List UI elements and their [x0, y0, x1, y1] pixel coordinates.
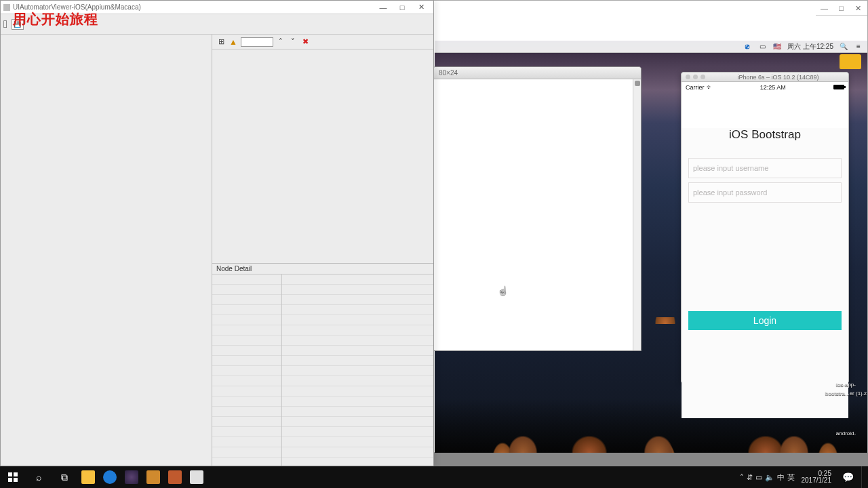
- search-button[interactable]: ⌕: [26, 466, 52, 488]
- tray-volume-icon[interactable]: 🔈: [765, 473, 774, 482]
- tree-toolbar: ⊞ ▲ ˄ ˅ ✖: [212, 35, 433, 49]
- clear-search-button[interactable]: ✖: [300, 37, 310, 47]
- mac-menubar: ⎚ ▭ 🇺🇸 周六 上午12:25 🔍 ≡: [435, 41, 867, 53]
- app-icon: [3, 4, 10, 11]
- app-title: iOS Bootstrap: [682, 128, 848, 142]
- taskbar-clock[interactable]: 0:25 2017/1/21: [799, 469, 835, 485]
- table-row: [212, 285, 433, 295]
- tray-network-icon[interactable]: ⇵: [747, 473, 753, 482]
- taskbar-app-edge[interactable]: [99, 466, 121, 488]
- tray-ime1[interactable]: 中: [777, 472, 785, 483]
- terminal-scrollbar[interactable]: [633, 79, 641, 350]
- taskbar-app-explorer[interactable]: [77, 466, 99, 488]
- simulator-app-screen: iOS Bootstrap please input username plea…: [682, 128, 848, 418]
- node-detail-table[interactable]: [212, 274, 433, 466]
- traffic-light-max-icon[interactable]: [701, 75, 705, 79]
- screenshot-panel[interactable]: [1, 35, 212, 466]
- table-row: [212, 407, 433, 417]
- tray-chevron-icon[interactable]: ˄: [740, 473, 744, 482]
- menu-icon[interactable]: ≡: [854, 42, 863, 52]
- search-next-button[interactable]: ˅: [288, 37, 298, 47]
- table-row: [212, 315, 433, 325]
- tray-ime2[interactable]: 英: [787, 472, 795, 483]
- cursor-icon: [497, 285, 508, 298]
- system-tray[interactable]: ˄ ⇵ ▭ 🔈 中 英: [740, 472, 795, 483]
- table-row: [212, 295, 433, 305]
- terminal-body[interactable]: [433, 79, 641, 350]
- task-view-button[interactable]: ⧉: [52, 466, 77, 488]
- spotlight-icon[interactable]: 🔍: [839, 42, 848, 52]
- warning-icon[interactable]: ▲: [229, 37, 238, 47]
- svg-rect-3: [14, 478, 18, 482]
- tree-search-input[interactable]: [241, 37, 273, 47]
- wifi-icon: ᯤ: [707, 84, 713, 91]
- inspector-min-button[interactable]: —: [374, 2, 393, 13]
- battery-icon: [833, 85, 844, 89]
- svg-rect-2: [8, 478, 12, 482]
- simulator-clock: 12:25 AM: [760, 84, 786, 91]
- traffic-light-close-icon[interactable]: [686, 75, 690, 79]
- display-icon[interactable]: ▭: [757, 42, 767, 52]
- svg-rect-1: [14, 472, 18, 476]
- remote-close-button[interactable]: ✕: [850, 1, 867, 16]
- simulator-titlebar[interactable]: iPhone 6s – iOS 10.2 (14C89): [682, 73, 848, 82]
- carrier-label: Carrier: [686, 84, 705, 91]
- login-button[interactable]: Login: [688, 311, 842, 330]
- tray-battery-icon[interactable]: ▭: [755, 473, 762, 482]
- show-desktop-button[interactable]: [861, 466, 865, 488]
- remote-max-button[interactable]: □: [833, 1, 850, 16]
- terminal-window[interactable]: 80×24: [433, 66, 642, 351]
- taskbar-app-generic2[interactable]: [164, 466, 186, 488]
- mac-desktop-file-labels: ios-app- bootstra...er (1).z android-: [825, 380, 867, 436]
- search-prev-button[interactable]: ˄: [276, 37, 285, 47]
- table-row: [212, 366, 433, 376]
- taskbar-app-eclipse[interactable]: [121, 466, 142, 488]
- password-field[interactable]: please input password: [688, 182, 842, 203]
- username-field[interactable]: please input username: [688, 158, 842, 178]
- table-row: [212, 386, 433, 396]
- action-center-button[interactable]: 💬: [838, 472, 857, 483]
- simulator-status-bar: Carrier ᯤ 12:25 AM: [682, 82, 848, 93]
- simulator-title: iPhone 6s – iOS 10.2 (14C89): [737, 74, 818, 81]
- table-row: [212, 447, 433, 458]
- apple-icon[interactable]: : [3, 18, 7, 30]
- table-row: [212, 325, 433, 336]
- ui-tree-panel[interactable]: [212, 49, 433, 264]
- windows-taskbar[interactable]: ⌕ ⧉ ˄ ⇵ ▭ 🔈 中 英 0:25 2017/1/21 💬: [0, 466, 868, 488]
- flag-icon[interactable]: 🇺🇸: [772, 42, 782, 52]
- node-detail-header: Node Detail: [212, 264, 433, 274]
- table-row: [212, 356, 433, 366]
- ios-simulator-window[interactable]: iPhone 6s – iOS 10.2 (14C89) Carrier ᯤ 1…: [681, 72, 849, 384]
- taskbar-app-generic1[interactable]: [142, 466, 164, 488]
- uiautomator-viewer-window[interactable]: UIAutomatorViewer-iOS(Appium&Macaca) — □…: [0, 0, 434, 466]
- table-row: [212, 305, 433, 315]
- traffic-light-min-icon[interactable]: [693, 75, 698, 79]
- table-row: [212, 417, 433, 427]
- teamviewer-icon[interactable]: ⎚: [743, 42, 752, 52]
- table-row: [212, 336, 433, 346]
- table-row: [212, 346, 433, 356]
- expand-all-button[interactable]: ⊞: [216, 37, 226, 47]
- table-row: [212, 396, 433, 407]
- remote-window-controls: — □ ✕: [816, 1, 867, 16]
- remote-min-button[interactable]: —: [816, 1, 833, 16]
- mac-desktop-folder[interactable]: [840, 54, 861, 69]
- svg-rect-0: [8, 472, 12, 476]
- table-row: [212, 274, 433, 285]
- mac-menubar-clock[interactable]: 周六 上午12:25: [787, 42, 833, 52]
- table-row: [212, 437, 433, 447]
- inspector-close-button[interactable]: ✕: [412, 2, 431, 13]
- annotation-overlay: 用心开始旅程: [13, 10, 98, 28]
- terminal-title: 80×24: [433, 67, 641, 79]
- taskbar-app-generic3[interactable]: [186, 466, 208, 488]
- start-button[interactable]: [0, 466, 26, 488]
- table-row: [212, 427, 433, 437]
- inspector-max-button[interactable]: □: [393, 2, 412, 13]
- table-row: [212, 376, 433, 386]
